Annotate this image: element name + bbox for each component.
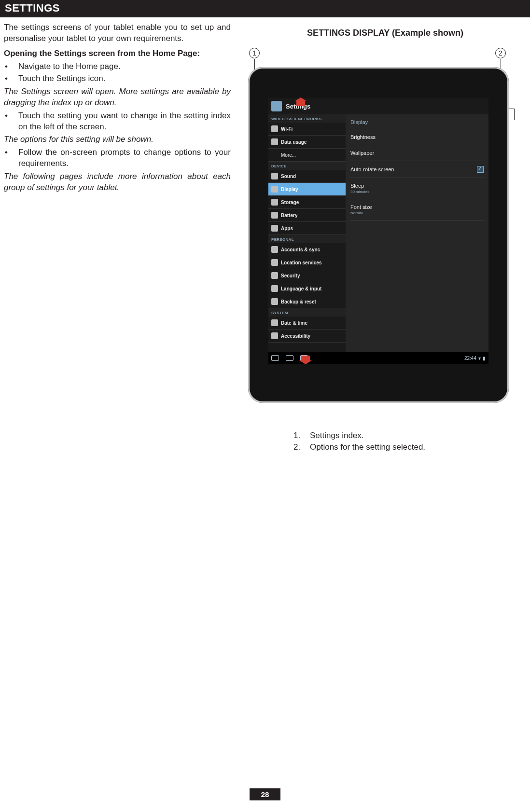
sidebar-item-label: Wi-Fi: [281, 126, 293, 132]
sidebar-item-label: Apps: [281, 226, 293, 231]
sidebar-item-label: Display: [281, 187, 298, 192]
tablet-frame: Settings WIRELESS & NETWORKS Wi-Fi Data …: [248, 67, 509, 403]
detail-label-text: Font size: [350, 204, 372, 210]
sidebar-item-label: Accounts & sync: [281, 247, 320, 252]
sidebar-item-label: Storage: [281, 200, 299, 205]
checkbox-checked-icon[interactable]: [477, 166, 484, 173]
storage-icon: [271, 199, 278, 206]
sidebar-item-sound[interactable]: Sound: [268, 170, 346, 183]
detail-row-autorotate[interactable]: Auto-rotate screen: [349, 161, 485, 178]
bullet-list-3: Follow the on-screen prompts to change o…: [4, 147, 231, 169]
bullet-list-1: Navigate to the Home page. Touch the Set…: [4, 61, 231, 84]
manual-page: SETTINGS The settings screens of your ta…: [0, 0, 530, 812]
page-number: 28: [250, 788, 280, 800]
right-column: SETTINGS DISPLAY (Example shown) 1 2 Set…: [245, 22, 525, 454]
bullet-list-2: Touch the setting you want to change in …: [4, 110, 231, 133]
sidebar-item-location[interactable]: Location services: [268, 256, 346, 269]
sidebar-item-label: Sound: [281, 174, 296, 179]
legend-text: Settings index.: [310, 431, 364, 440]
sidebar-item-accessibility[interactable]: Accessibility: [268, 330, 346, 343]
sidebar-item-security[interactable]: Security: [268, 269, 346, 282]
sidebar-item-storage[interactable]: Storage: [268, 196, 346, 209]
legend-row-1: 1. Settings index.: [293, 431, 525, 440]
settings-app-icon: [271, 101, 282, 111]
detail-row-font[interactable]: Font sizeNormal: [349, 199, 485, 220]
detail-sublabel: Normal: [350, 211, 372, 215]
bullet-text: Follow the on-screen prompts to change o…: [18, 147, 231, 169]
italic-note-3: The following pages include more informa…: [4, 171, 231, 193]
accessibility-icon: [271, 332, 278, 339]
italic-note-2: The options for this setting will be sho…: [4, 134, 231, 145]
display-icon: [271, 186, 278, 193]
detail-label: Brightness: [350, 134, 376, 140]
clock-icon: [271, 319, 278, 326]
sidebar-item-label: Backup & reset: [281, 299, 316, 304]
sidebar-item-label: More...: [281, 152, 296, 158]
list-item: Touch the Settings icon.: [4, 73, 231, 84]
legend-number: 2.: [293, 442, 310, 452]
callout-1-label: 1: [252, 49, 256, 57]
intro-paragraph: The settings screens of your tablet enab…: [4, 22, 231, 44]
sidebar-item-backup[interactable]: Backup & reset: [268, 295, 346, 308]
detail-label: Font sizeNormal: [350, 204, 372, 215]
bullet-text: Touch the setting you want to change in …: [18, 110, 231, 133]
backup-icon: [271, 298, 278, 305]
sidebar-item-accounts[interactable]: Accounts & sync: [268, 243, 346, 256]
legend-number: 1.: [293, 431, 310, 440]
detail-row-sleep[interactable]: Sleep30 minutes: [349, 178, 485, 199]
sidebar-item-label: Accessibility: [281, 333, 310, 339]
callout-1: 1: [249, 48, 260, 58]
list-item: Follow the on-screen prompts to change o…: [4, 147, 231, 169]
location-icon: [271, 259, 278, 266]
sidebar-item-wifi[interactable]: Wi-Fi: [268, 123, 346, 136]
tablet-screen: Settings WIRELESS & NETWORKS Wi-Fi Data …: [268, 98, 488, 364]
sidebar-item-data-usage[interactable]: Data usage: [268, 136, 346, 149]
section-wireless: WIRELESS & NETWORKS: [268, 114, 346, 123]
figure-caption: SETTINGS DISPLAY (Example shown): [245, 28, 525, 38]
sidebar-item-datetime[interactable]: Date & time: [268, 317, 346, 330]
sidebar-item-apps[interactable]: Apps: [268, 222, 346, 235]
legend-text: Options for the setting selected.: [310, 442, 425, 452]
list-item: Navigate to the Home page.: [4, 61, 231, 72]
battery-icon: [271, 212, 278, 219]
italic-note-1: The Settings screen will open. More sett…: [4, 86, 231, 109]
sidebar-item-display[interactable]: Display: [268, 183, 346, 196]
detail-header: Display: [349, 117, 485, 129]
callout-2: 2: [495, 48, 506, 58]
list-item: Touch the setting you want to change in …: [4, 110, 231, 133]
sidebar-item-label: Date & time: [281, 320, 307, 326]
red-arrow-down-icon: [299, 356, 312, 364]
screen-body: WIRELESS & NETWORKS Wi-Fi Data usage Mor…: [268, 114, 488, 352]
sound-icon: [271, 173, 278, 179]
bullet-text: Touch the Settings icon.: [18, 73, 231, 84]
wifi-status-icon: ▾: [478, 356, 481, 361]
apps-icon: [271, 225, 278, 232]
detail-label-text: Sleep: [350, 183, 364, 189]
sidebar-item-language[interactable]: Language & input: [268, 282, 346, 295]
section-personal: PERSONAL: [268, 235, 346, 243]
bullet-text: Navigate to the Home page.: [18, 61, 231, 72]
settings-index-sidebar[interactable]: WIRELESS & NETWORKS Wi-Fi Data usage Mor…: [268, 114, 346, 352]
back-icon[interactable]: [271, 355, 279, 361]
battery-status-icon: ▮: [483, 356, 486, 361]
section-system: SYSTEM: [268, 308, 346, 317]
page-header: SETTINGS: [0, 0, 530, 17]
tablet-wrapper: Settings WIRELESS & NETWORKS Wi-Fi Data …: [245, 67, 525, 403]
subheading: Opening the Settings screen from the Hom…: [4, 48, 231, 59]
sidebar-item-battery[interactable]: Battery: [268, 209, 346, 222]
detail-label: Sleep30 minutes: [350, 183, 369, 194]
detail-sublabel: 30 minutes: [350, 190, 369, 194]
sidebar-item-more[interactable]: More...: [268, 149, 346, 162]
sidebar-item-label: Battery: [281, 213, 297, 218]
sync-icon: [271, 246, 278, 253]
data-usage-icon: [271, 138, 278, 145]
sidebar-item-label: Security: [281, 273, 300, 278]
section-device: DEVICE: [268, 162, 346, 170]
home-icon[interactable]: [286, 355, 293, 361]
callout-numbers: 1 2: [245, 48, 525, 67]
language-icon: [271, 285, 278, 292]
detail-row-wallpaper[interactable]: Wallpaper: [349, 145, 485, 161]
sidebar-item-label: Location services: [281, 260, 321, 265]
detail-row-brightness[interactable]: Brightness: [349, 129, 485, 145]
lock-icon: [271, 272, 278, 279]
